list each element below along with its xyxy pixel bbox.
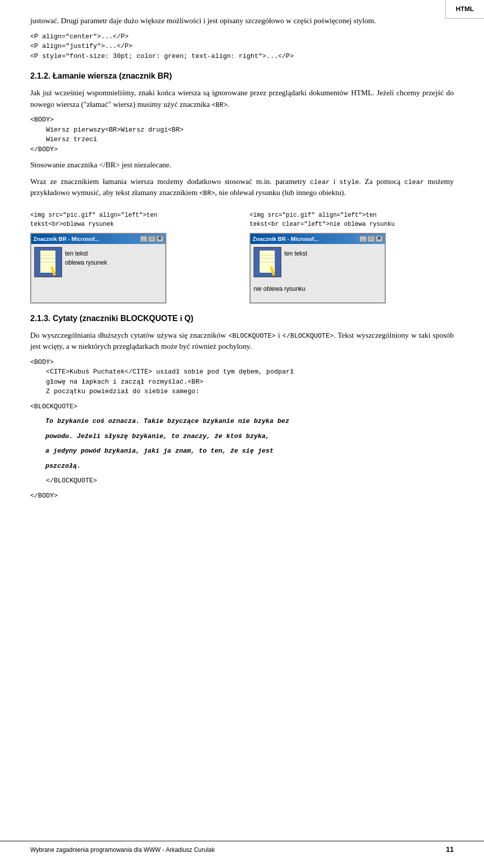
screenshot-2-bottom: nie oblewa rysunku [251,282,385,295]
wraz-text: Wraz ze znacznikiem łamania wiersza może… [30,176,454,199]
screenshot-1-titlebar: Znacznik BR - Microsof... _ □ ✕ [31,234,165,244]
clear-code: clear [310,178,330,186]
screenshot-1-content: ten tekst oblewa rysunek [31,244,165,280]
stosowanie-text: Stosowanie znacznika </BR> jest niezalec… [30,159,454,171]
screenshot-1-text2: oblewa rysunek [65,258,107,267]
section-2-1-3-p1: Do wyszczególniania dłuższych cytatów uż… [30,330,454,352]
br-code-inline: <BR> [212,101,227,109]
screenshot-2-title: Znacznik BR - Microsof... [253,235,319,243]
bq-line1: To bzykanie coś oznacza. Takie bzyczące … [45,416,454,426]
br-code-2: <BR> [199,190,215,197]
screenshot-1: Znacznik BR - Microsof... _ □ ✕ [30,233,166,303]
column-2: <img src="pic.gif" align="left">ten teks… [250,206,454,303]
screenshot-2-text1: ten tekst [284,249,307,258]
blockquote-open: <BLOCKQUOTE> [228,332,276,340]
page: HTML justować. Drugi parametr daje dużo … [0,0,484,868]
footer: Wybrane zagadnienia programowania dla WW… [0,841,484,858]
maximize-btn-2: □ [368,236,375,242]
titlebar-controls-1: _ □ ✕ [140,236,163,242]
column-1: <img src="pic.gif" align="left">ten teks… [30,206,234,303]
screenshot-1-text1: ten tekst [65,249,107,258]
code-block-3: <BODY> <CITE>Kubuś Puchatek</CITE> usiad… [30,357,454,501]
bq-line2: powodu. Jeżeli słyszę bzykanie, to znacz… [45,431,454,442]
blockquote-content: To bzykanie coś oznacza. Takie bzyczące … [45,416,454,471]
screenshot-2: Znacznik BR - Microsof... _ □ ✕ [250,233,386,303]
col1-code: <img src="pic.gif" align="left">ten teks… [30,211,234,229]
section-2-1-2-heading: 2.1.2. Łamanie wiersza (znacznik BR) [30,70,454,82]
minimize-btn-1: _ [140,236,147,242]
two-column-section: <img src="pic.gif" align="left">ten teks… [30,206,454,303]
end-body: </BODY> [30,491,454,501]
svg-marker-13 [272,276,273,277]
screenshot-2-content: ten tekst [251,244,385,280]
screenshot-2-titlebar: Znacznik BR - Microsof... _ □ ✕ [251,234,385,244]
col2-code: <img src="pic.gif" align="left">ten teks… [250,211,454,229]
svg-marker-6 [53,276,54,277]
screenshot-1-text-area: ten tekst oblewa rysunek [65,247,107,267]
section-2-1-3-heading: 2.1.3. Cytaty (znaczniki BLOCKQUOTE i Q) [30,313,454,325]
book-icon-2 [254,247,281,277]
style-code: style [339,178,359,186]
code-block-1: <P align="center">...</P> <P align="just… [30,32,454,61]
titlebar-controls-2: _ □ ✕ [359,236,383,242]
minimize-btn-2: _ [359,236,367,242]
bq-line4: pszczołą. [45,461,454,471]
blockquote-close: </BLOCKQUOTE> [282,332,333,340]
code-block-2: <BODY> Wiersz pierwszy<BR>Wiersz drugi<B… [30,115,454,154]
intro-paragraph: justować. Drugi parametr daje dużo więks… [30,15,454,27]
end-blockquote: </BLOCKQUOTE> [30,476,454,486]
close-btn-1: ✕ [156,236,163,242]
book-icon-1 [34,247,62,277]
section-2-1-2-p1: Jak już wcześniej wspomnieliśmy, znaki k… [30,87,454,110]
header-label: HTML [445,0,484,19]
screenshot-2-text-area: ten tekst [284,247,307,258]
code-block-3-pre: <BODY> <CITE>Kubuś Puchatek</CITE> usiad… [30,357,454,397]
footer-page-number: 11 [446,844,454,855]
close-btn-2: ✕ [376,236,383,242]
screenshot-1-title: Znacznik BR - Microsof... [33,235,99,243]
bq-line3: a jedyny powód bzykania, jaki ja znam, t… [45,446,454,456]
maximize-btn-1: □ [148,236,155,242]
clear-code-2: clear [404,178,424,186]
footer-text: Wybrane zagadnienia programowania dla WW… [30,845,215,854]
blockquote-label: <BLOCKQUOTE> [30,402,454,412]
